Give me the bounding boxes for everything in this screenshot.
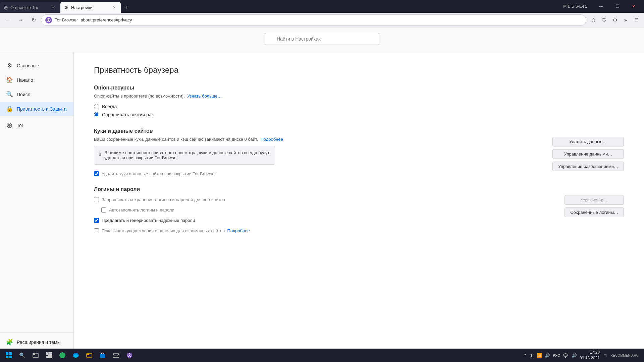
tray-icon-1[interactable]: ⬆ [528, 352, 535, 359]
sidebar-basic-label: Основные [17, 63, 39, 68]
delete-data-button[interactable]: Удалить данные… [552, 137, 624, 146]
tray-icons-group: ⬆ 📶 🔊 [528, 352, 551, 359]
cookies-buttons: Удалить данные… Управление данными… Упра… [552, 137, 624, 171]
start-button[interactable] [3, 349, 15, 361]
svg-rect-21 [113, 353, 119, 358]
taskbar-files-icon[interactable] [30, 349, 42, 361]
privacy-icon: 🔒 [6, 105, 13, 112]
volume-icon[interactable]: 🔊 [571, 352, 578, 359]
tor-browser-label: Tor Browser [55, 17, 78, 22]
svg-rect-11 [46, 352, 48, 355]
recommend-label: RECOMMEND.RU [610, 354, 639, 357]
tab-about-close[interactable]: ✕ [51, 5, 56, 10]
suggest-password-checkbox[interactable] [94, 218, 99, 223]
shield-icon[interactable]: 🛡 [599, 15, 609, 25]
tor-nav-icon [6, 122, 13, 128]
cookie-left: Ваши сохранённые куки, данные сайтов и к… [94, 137, 539, 178]
tray-chevron[interactable]: ^ [524, 353, 526, 358]
manage-permissions-button[interactable]: Управление разрешениями… [552, 162, 624, 171]
svg-rect-14 [46, 356, 48, 358]
taskbar-search-button[interactable]: 🔍 [16, 349, 28, 361]
window-title: M·E·S·S·E·R. [563, 4, 587, 9]
svg-rect-12 [48, 352, 52, 354]
show-notif-checkbox[interactable] [94, 228, 99, 233]
delete-cookies-checkbox-row: Удалять куки и данные сайтов при закрыти… [94, 169, 539, 178]
more-icon[interactable]: » [621, 15, 631, 25]
sidebar-privacy-label: Приватность и Защита [17, 106, 66, 112]
address-bar[interactable]: Tor Browser about:preferences#privacy [41, 14, 586, 26]
svg-point-25 [565, 357, 566, 358]
autofill-label: Автозаполнять логины и пароли [109, 207, 174, 213]
settings-search-input[interactable] [265, 33, 379, 45]
settings-search-wrapper: 🔍 [0, 27, 644, 52]
reload-button[interactable]: ↻ [28, 15, 39, 25]
minimize-button[interactable]: — [594, 1, 609, 12]
taskbar-app1-icon[interactable] [56, 349, 68, 361]
bookmark-icon[interactable]: ☆ [588, 15, 598, 25]
radio-ask-input[interactable] [94, 112, 99, 117]
basic-icon: ⚙ [6, 62, 13, 69]
tab-about-tor[interactable]: ◎ О проекте Tor ✕ [0, 2, 60, 13]
onion-learn-more-link[interactable]: Узнать больше… [187, 94, 222, 99]
sidebar-item-basic[interactable]: ⚙ Основные [0, 59, 73, 72]
sidebar-item-extensions[interactable]: 🧩 Расширения и темы [0, 335, 73, 349]
window-controls: — ❐ ✕ [591, 0, 644, 13]
ask-save-label: Запрашивать сохранение логинов и паролей… [102, 197, 225, 202]
delete-cookies-checkbox[interactable] [94, 171, 99, 176]
forward-button[interactable]: → [15, 15, 26, 25]
close-button[interactable]: ✕ [626, 1, 641, 12]
onion-desc: Onion-сайты в приоритете (по возможности… [94, 94, 624, 99]
svg-rect-6 [9, 352, 12, 355]
svg-point-15 [59, 352, 65, 358]
maximize-button[interactable]: ❐ [610, 1, 625, 12]
radio-always: Всегда [94, 103, 624, 111]
settings-main: Приватность браузера Onion-ресурсы Onion… [74, 52, 644, 362]
tab-settings-close[interactable]: ✕ [111, 5, 117, 10]
back-button[interactable]: ← [3, 15, 13, 25]
cookie-desc: Ваши сохранённые куки, данные сайтов и к… [94, 137, 539, 142]
taskbar-tray: ^ ⬆ 📶 🔊 РУС 🔊 17:28 09.13.2021 □ RECOMME… [524, 350, 641, 361]
cookies-more-link[interactable]: Подробнее [260, 137, 283, 142]
cookies-section-title: Куки и данные сайтов [94, 128, 624, 134]
logins-more-link[interactable]: Подробнее [227, 228, 250, 233]
extensions-icon[interactable]: ⚙ [610, 15, 620, 25]
taskbar-widgets-icon[interactable] [43, 349, 55, 361]
logins-buttons: Исключения… Сохранённые логины… [565, 195, 624, 217]
taskbar-store-icon[interactable] [97, 349, 109, 361]
notification-icon[interactable]: □ [602, 352, 608, 359]
tray-icon-3[interactable]: 🔊 [544, 352, 551, 359]
taskbar: 🔍 ^ ⬆ 📶 🔊 РУС � [0, 349, 644, 362]
cookie-row: Ваши сохранённые куки, данные сайтов и к… [94, 137, 624, 178]
radio-always-input[interactable] [94, 104, 99, 109]
tray-icon-2[interactable]: 📶 [536, 352, 543, 359]
sidebar-item-tor[interactable]: Tor [0, 119, 73, 132]
manage-data-button[interactable]: Управление данными… [552, 149, 624, 159]
tor-logo-icon [45, 17, 52, 23]
onion-section-title: Onion-ресурсы [94, 85, 624, 91]
tab-settings[interactable]: ⚙ Настройки ✕ [60, 2, 121, 13]
sidebar-item-home[interactable]: 🏠 Начало [0, 73, 73, 87]
svg-point-24 [129, 355, 130, 356]
taskbar-edge-icon[interactable] [70, 349, 82, 361]
tab-settings-label: Настройки [71, 5, 93, 10]
tab-about-icon: ◎ [4, 5, 8, 10]
sidebar-item-search[interactable]: 🔍 Поиск [0, 87, 73, 101]
svg-rect-7 [6, 356, 8, 358]
taskbar-explorer-icon[interactable] [83, 349, 95, 361]
tab-bar: ◎ О проекте Tor ✕ ⚙ Настройки ✕ + [0, 0, 282, 13]
new-tab-button[interactable]: + [122, 3, 131, 13]
exceptions-button[interactable]: Исключения… [565, 195, 624, 205]
taskbar-tor-icon[interactable] [123, 349, 136, 361]
radio-ask: Спрашивать всякий раз [94, 111, 624, 119]
language-badge[interactable]: РУС [553, 353, 560, 357]
taskbar-mail-icon[interactable] [110, 349, 122, 361]
autofill-checkbox[interactable] [101, 207, 106, 213]
wifi-icon[interactable] [562, 352, 569, 359]
menu-icon[interactable]: ≡ [631, 15, 641, 25]
ask-save-checkbox[interactable] [94, 197, 99, 202]
clock-date: 09.13.2021 [580, 355, 600, 361]
sidebar-item-privacy[interactable]: 🔒 Приватность и Защита [0, 102, 73, 116]
saved-logins-button[interactable]: Сохранённые логины… [565, 207, 624, 217]
browser-content: ⚙ Основные 🏠 Начало 🔍 Поиск 🔒 Приватност… [0, 52, 644, 362]
svg-rect-20 [100, 354, 105, 358]
